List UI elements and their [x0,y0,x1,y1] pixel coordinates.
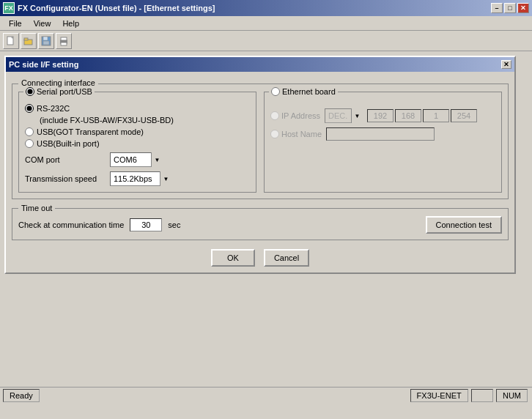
menu-view[interactable]: View [28,18,57,29]
ip-fields [367,109,477,122]
ip-octet-1[interactable] [367,109,394,122]
host-name-label: Host Name [281,130,322,138]
ip-address-label: IP Address [281,111,320,120]
usb-got-radio[interactable] [25,127,34,136]
title-bar: FX FX Configurator-EN (Unset file) - [Et… [0,0,532,16]
print-button[interactable] [56,33,72,49]
transmission-row: Transmission speed 115.2Kbps 9.6Kbps 19.… [25,171,250,186]
new-button[interactable] [3,33,19,49]
ethernet-section: Ethernet board IP Address [264,92,502,193]
ip-radio-label: IP Address [270,111,320,120]
ethernet-radio[interactable] [271,87,280,96]
app-icon: FX [3,2,15,14]
host-name-radio-label: Host Name [270,130,322,138]
title-bar-controls: – □ ✕ [491,3,529,13]
connection-test-button[interactable]: Connection test [426,216,502,234]
transmission-select-wrapper: 115.2Kbps 9.6Kbps 19.2Kbps 38.4Kbps 57.6… [110,171,171,186]
status-bar: Ready FX3U-ENET NUM [0,387,532,403]
ip-address-radio[interactable] [270,111,279,120]
minimize-button[interactable]: – [491,3,503,13]
serial-section-label: Serial port/USB [23,87,95,96]
status-empty [471,389,493,402]
rs232c-label: RS-232C [37,104,70,113]
save-button[interactable] [38,33,54,49]
dialog-content: Connecting interface Serial port/USB [6,72,514,272]
status-num: NUM [496,389,528,402]
com-port-select[interactable]: COM6 COM1 COM2 COM3 COM4 COM5 [110,152,163,167]
ip-format-select[interactable]: DEC. HEX. [325,108,363,123]
status-right: FX3U-ENET NUM [410,389,529,402]
ready-status: Ready [3,389,40,402]
usb-builtin-row: USB(Built-in port) [25,139,250,148]
ip-octet-2[interactable] [395,109,421,122]
close-button[interactable]: ✕ [517,3,529,13]
svg-rect-8 [61,37,67,40]
com-port-label: COM port [25,155,106,164]
dialog-close-button[interactable]: ✕ [501,60,511,69]
transmission-label: Transmission speed [25,174,106,183]
host-name-radio[interactable] [270,130,279,138]
svg-rect-5 [43,37,48,40]
serial-section: Serial port/USB RS-232C (include F [18,92,256,193]
svg-rect-9 [61,42,67,45]
ip-address-row: IP Address DEC. HEX. ▼ [270,108,495,123]
ip-octet-3[interactable] [423,109,449,122]
menu-bar: File View Help [0,16,532,31]
check-comm-label: Check at communication time [18,220,124,229]
timeout-label: Time out [18,204,55,212]
check-comm-input[interactable] [130,218,162,231]
usb-builtin-label: USB(Built-in port) [37,139,100,148]
ok-button[interactable]: OK [211,249,255,267]
usb-builtin-radio[interactable] [25,139,34,148]
check-comm-unit: sec [168,220,180,229]
dialog-title: PC side I/F setting [9,60,78,69]
ethernet-label: Ethernet board [282,87,336,96]
status-fx3u: FX3U-ENET [410,389,468,402]
toolbar [0,31,532,51]
main-area: Named Host settings PC side I/F setting … [0,51,532,403]
rs232c-row: RS-232C [25,104,250,113]
host-name-input[interactable] [326,127,435,141]
rs232c-radio[interactable] [25,104,34,113]
menu-help[interactable]: Help [56,18,85,29]
svg-rect-6 [43,41,49,45]
menu-file[interactable]: File [3,18,28,29]
svg-rect-3 [24,38,28,40]
conn-interface-inner: Serial port/USB RS-232C (include F [18,92,502,193]
maximize-button[interactable]: □ [504,3,516,13]
connecting-interface-label: Connecting interface [18,78,98,87]
dialog: PC side I/F setting ✕ Connecting interfa… [4,56,516,274]
bottom-buttons: OK Cancel [12,249,509,267]
timeout-inner: Check at communication time sec Connecti… [18,216,502,234]
dialog-title-bar: PC side I/F setting ✕ [6,57,514,72]
ip-octet-4[interactable] [451,109,477,122]
open-button[interactable] [21,33,37,49]
ip-format-wrapper: DEC. HEX. ▼ [325,108,363,123]
transmission-select[interactable]: 115.2Kbps 9.6Kbps 19.2Kbps 38.4Kbps 57.6… [110,171,171,186]
ethernet-section-label: Ethernet board [269,87,338,96]
timeout-section: Time out Check at communication time sec… [12,208,509,240]
usb-got-row: USB(GOT Transparent mode) [25,127,250,136]
serial-label: Serial port/USB [37,87,92,96]
connecting-interface-group: Connecting interface Serial port/USB [12,84,509,199]
serial-radio[interactable] [26,87,34,96]
rs232c-sub: (include FX-USB-AW/FX3U-USB-BD) [40,116,250,125]
com-port-select-wrapper: COM6 COM1 COM2 COM3 COM4 COM5 ▼ [110,152,163,167]
usb-got-label: USB(GOT Transparent mode) [37,127,144,136]
host-name-row: Host Name [270,127,495,141]
com-port-row: COM port COM6 COM1 COM2 COM3 COM4 [25,152,250,167]
timeout-left: Check at communication time sec [18,218,180,231]
window-title: FX Configurator-EN (Unset file) - [Ether… [18,4,215,12]
dialog-overlay: PC side I/F setting ✕ Connecting interfa… [0,51,532,387]
cancel-button[interactable]: Cancel [264,249,309,267]
